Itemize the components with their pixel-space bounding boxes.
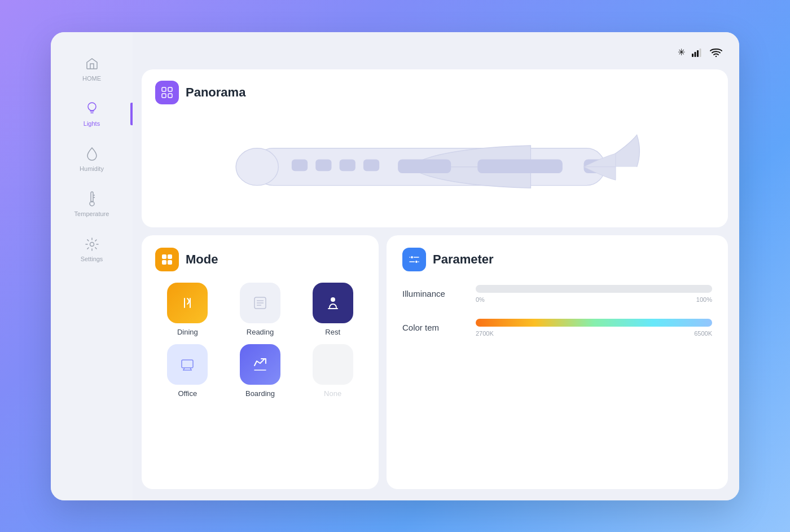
illuminance-slider-container: 0% 100% <box>476 285 712 303</box>
svg-rect-18 <box>315 159 331 171</box>
svg-point-40 <box>411 256 414 258</box>
main-content: ✳ <box>133 32 739 500</box>
svg-point-16 <box>236 148 278 185</box>
svg-rect-11 <box>162 87 166 91</box>
parameter-card: Parameter Illuminance 0% 100% <box>387 235 728 489</box>
rest-label: Rest <box>325 328 340 336</box>
bluetooth-icon: ✳ <box>678 47 685 58</box>
none-label: None <box>324 389 341 398</box>
app-window: HOME Lights Humidity <box>51 32 739 500</box>
boarding-icon <box>240 344 280 385</box>
reading-label: Reading <box>247 328 274 336</box>
color-temp-slider-container: 2700K 6500K <box>476 319 712 337</box>
bottom-row: Mode Dining <box>142 235 728 489</box>
temperature-icon <box>84 191 100 207</box>
none-icon <box>313 344 353 385</box>
svg-rect-9 <box>700 49 701 57</box>
panorama-card: Panorama <box>142 69 728 227</box>
panorama-icon-box <box>155 81 179 104</box>
dining-icon <box>167 283 208 323</box>
illuminance-row: Illuminance 0% 100% <box>402 285 712 303</box>
svg-rect-13 <box>162 94 166 98</box>
svg-point-0 <box>88 103 96 111</box>
panorama-header: Panorama <box>155 81 714 104</box>
svg-point-41 <box>415 260 418 263</box>
dining-label: Dining <box>177 328 198 336</box>
color-temp-label: Color tem <box>402 323 464 332</box>
signal-icon <box>692 48 703 57</box>
parameter-header: Parameter <box>402 248 712 271</box>
svg-point-5 <box>90 242 94 246</box>
svg-rect-12 <box>168 87 172 91</box>
svg-rect-20 <box>363 159 379 171</box>
svg-rect-27 <box>168 260 172 265</box>
mode-icon-box <box>155 248 179 271</box>
parameter-section: Illuminance 0% 100% Color tem <box>402 285 712 337</box>
svg-point-10 <box>716 55 717 56</box>
svg-rect-24 <box>162 254 166 259</box>
svg-rect-25 <box>168 254 172 259</box>
svg-rect-14 <box>168 94 172 98</box>
aircraft-diagram <box>155 113 714 215</box>
mode-item-office[interactable]: Office <box>155 344 220 398</box>
panorama-title: Panorama <box>186 85 245 100</box>
color-temp-labels: 2700K 6500K <box>476 330 712 337</box>
sidebar-label-lights: Lights <box>84 120 100 127</box>
color-temp-max: 6500K <box>694 330 712 337</box>
illuminance-labels: 0% 100% <box>476 296 712 303</box>
reading-icon <box>240 283 280 323</box>
boarding-label: Boarding <box>245 389 275 398</box>
svg-rect-26 <box>162 260 166 265</box>
svg-rect-22 <box>477 159 563 173</box>
mode-grid: Dining Reading <box>155 283 365 398</box>
mode-card: Mode Dining <box>142 235 379 489</box>
svg-rect-7 <box>695 52 696 57</box>
mode-title: Mode <box>186 252 218 267</box>
lights-icon <box>84 101 100 117</box>
svg-rect-6 <box>692 54 694 57</box>
sidebar-label-temperature: Temperature <box>74 210 109 217</box>
svg-rect-19 <box>339 159 355 171</box>
home-icon <box>84 56 100 72</box>
status-bar: ✳ <box>142 43 728 61</box>
sidebar-label-home: HOME <box>82 75 101 82</box>
parameter-icon-box <box>402 248 426 271</box>
sidebar-item-home[interactable]: HOME <box>51 49 133 89</box>
office-label: Office <box>178 389 197 398</box>
svg-rect-8 <box>697 50 699 57</box>
svg-rect-1 <box>91 192 93 202</box>
illuminance-max: 100% <box>696 296 712 303</box>
sidebar-label-humidity: Humidity <box>80 165 104 172</box>
sidebar: HOME Lights Humidity <box>51 32 133 500</box>
settings-icon <box>84 236 100 252</box>
mode-item-rest[interactable]: Rest <box>300 283 365 336</box>
sidebar-label-settings: Settings <box>81 256 103 262</box>
humidity-icon <box>84 146 100 162</box>
mode-header: Mode <box>155 248 365 271</box>
wifi-icon <box>710 48 722 57</box>
illuminance-slider-track[interactable] <box>476 285 712 293</box>
sidebar-item-humidity[interactable]: Humidity <box>51 139 133 179</box>
color-temp-slider-track[interactable] <box>476 319 712 327</box>
office-icon <box>167 344 208 385</box>
illuminance-min: 0% <box>476 296 485 303</box>
mode-item-dining[interactable]: Dining <box>155 283 220 336</box>
svg-rect-17 <box>291 159 307 171</box>
sidebar-item-settings[interactable]: Settings <box>51 230 133 269</box>
parameter-title: Parameter <box>433 252 494 267</box>
sidebar-item-lights[interactable]: Lights <box>51 94 133 134</box>
mode-item-none[interactable]: None <box>300 344 365 398</box>
mode-item-reading[interactable]: Reading <box>228 283 293 336</box>
color-temp-row: Color tem 2700K 6500K <box>402 319 712 337</box>
svg-rect-21 <box>398 159 451 173</box>
color-temp-min: 2700K <box>476 330 494 337</box>
mode-item-boarding[interactable]: Boarding <box>228 344 293 398</box>
sidebar-item-temperature[interactable]: Temperature <box>51 184 133 224</box>
illuminance-label: Illuminance <box>402 289 464 298</box>
rest-icon <box>313 283 353 323</box>
svg-point-33 <box>331 297 335 302</box>
svg-rect-34 <box>182 360 193 368</box>
